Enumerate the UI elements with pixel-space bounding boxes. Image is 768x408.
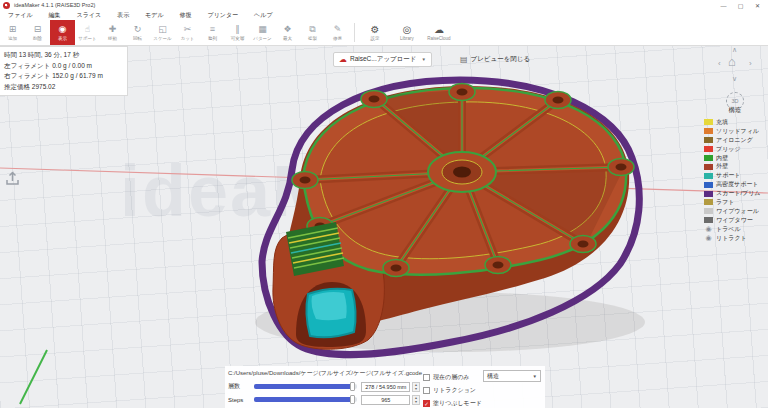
minimize-button[interactable]: — xyxy=(715,0,732,11)
close-preview-button[interactable]: ▤ プレビューを閉じる xyxy=(460,52,530,67)
legend-row[interactable]: 高密度サポート xyxy=(704,180,766,189)
toolbar-button[interactable]: ⧉ 複製 xyxy=(300,20,325,45)
toolbar-button[interactable]: ✚ 移動 xyxy=(100,20,125,45)
menu-item[interactable]: 表示 xyxy=(109,11,137,20)
preview-checkbox[interactable]: 現在の層のみ xyxy=(423,371,482,384)
toolbar-button[interactable]: ⊞ 追加 xyxy=(0,20,25,45)
menu-item[interactable]: スライス xyxy=(69,11,110,20)
legend-color-chip xyxy=(704,217,713,223)
toolbar-button[interactable]: ◉ 表示 xyxy=(50,20,75,45)
stats-row: 右フィラメント 152.0 g / 61.79 m xyxy=(4,71,123,82)
menu-item[interactable]: ヘルプ xyxy=(246,11,280,20)
legend-row[interactable]: ◉ リトラクト xyxy=(704,234,766,243)
legend-color-chip xyxy=(704,173,713,179)
legend-label: スカート/ブリム xyxy=(716,189,761,198)
toolbar-button[interactable]: ✎ 修復 xyxy=(325,20,350,45)
toolbar-right-group: ⚙ 設定 ◎ Library ☁ RaiseCloud xyxy=(359,20,455,45)
close-button[interactable]: ✕ xyxy=(749,0,766,11)
legend-color-chip xyxy=(704,146,713,152)
preview-checkbox[interactable]: リトラクション xyxy=(423,384,482,397)
toolbar-button[interactable]: ∥ 可変層 xyxy=(225,20,250,45)
legend-row[interactable]: ラフト xyxy=(704,198,766,207)
slider-value-box[interactable]: 278 / 54.950 mm xyxy=(361,382,410,392)
rotate-right-button[interactable]: › xyxy=(749,59,752,68)
checkbox-label: リトラクション xyxy=(433,386,476,395)
checkbox-icon[interactable] xyxy=(423,400,430,407)
legend-row[interactable]: ブリッジ xyxy=(704,145,766,154)
slider-value-box[interactable]: 965 xyxy=(361,395,410,405)
menu-item[interactable]: モデル xyxy=(137,11,171,20)
legend-title: 構造 xyxy=(704,106,766,115)
legend-row[interactable]: 外壁 xyxy=(704,162,766,171)
menu-item[interactable]: 修復 xyxy=(172,11,200,20)
raisecloud-upload-button[interactable]: ☁ RaiseC...アップロード ▼ xyxy=(333,52,432,67)
checkbox-icon[interactable] xyxy=(423,387,430,394)
legend-row[interactable]: サポート xyxy=(704,171,766,180)
checkbox-icon[interactable] xyxy=(423,374,430,381)
toolbar-button-icon: ⚙ xyxy=(371,24,380,35)
toolbar-button[interactable]: ☝ サポート xyxy=(75,20,100,45)
spin-down-icon[interactable]: ▾ xyxy=(415,387,417,391)
structure-dropdown[interactable]: 構造 ▼ xyxy=(483,370,541,382)
slider-fill xyxy=(254,384,353,389)
legend-color-chip xyxy=(704,199,713,205)
toolbar-button-label: 削除 xyxy=(33,36,42,41)
toolbar-button-label: パターン xyxy=(253,36,271,41)
rotate-up-button[interactable]: ∧ xyxy=(732,46,737,54)
layer-slider[interactable] xyxy=(254,384,357,389)
toolbar-button[interactable]: ↻ 回転 xyxy=(125,20,150,45)
toolbar-button-label: 最大 xyxy=(283,36,292,41)
toolbar-button[interactable]: ✂ カット xyxy=(175,20,200,45)
toolbar-button[interactable]: ▦ パターン xyxy=(250,20,275,45)
toolbar: ⊞ 追加 ⊟ 削除 ◉ 表示 ☝ サポート xyxy=(0,20,768,46)
menu-item[interactable]: プリンター xyxy=(200,11,247,20)
toolbar-button[interactable]: ≡ 整列 xyxy=(200,20,225,45)
toolbar-button-icon: ✎ xyxy=(334,24,342,35)
toolbar-button-label: 複製 xyxy=(308,36,317,41)
legend-color-chip xyxy=(704,128,713,134)
toolbar-button[interactable]: ⚙ 設定 xyxy=(359,20,391,45)
layer-slider[interactable] xyxy=(254,397,357,402)
toolbar-separator xyxy=(354,23,355,42)
toolbar-button[interactable]: ⊟ 削除 xyxy=(25,20,50,45)
toolbar-button-icon: ❖ xyxy=(283,24,291,35)
toolbar-button-icon: ∥ xyxy=(235,24,240,35)
toolbar-button[interactable]: ◎ Library xyxy=(391,20,423,45)
slider-thumb[interactable] xyxy=(350,382,355,391)
legend-row[interactable]: 充填 xyxy=(704,118,766,127)
printer-icon: ▤ xyxy=(460,55,468,64)
toolbar-button[interactable]: ◱ スケール xyxy=(150,20,175,45)
preview-checkboxes: 現在の層のみ リトラクション 塗りつぶしモード xyxy=(423,371,482,408)
legend-row[interactable]: ◉ トラベル xyxy=(704,225,766,234)
legend-color-chip xyxy=(704,119,713,125)
title-bar: ideaMaker 4.1.1 (RAISE3D Pro2) — ▢ ✕ xyxy=(0,0,768,11)
maximize-button[interactable]: ▢ xyxy=(732,0,749,11)
legend-color-chip xyxy=(704,137,713,143)
spin-down-icon[interactable]: ▾ xyxy=(415,400,417,404)
rotate-down-button[interactable]: ∨ xyxy=(732,75,737,83)
spin-stepper[interactable]: ▴▾ xyxy=(412,395,420,405)
legend-label: ソリッドフィル xyxy=(716,127,759,136)
preview-checkbox[interactable]: 塗りつぶしモード xyxy=(423,397,482,408)
rotate-left-button[interactable]: ‹ xyxy=(718,59,721,68)
legend-row[interactable]: ワイプタワー xyxy=(704,216,766,225)
menu-item[interactable]: ファイル xyxy=(0,11,41,20)
toolbar-button-label: 回転 xyxy=(133,36,142,41)
slider-label: 層数 xyxy=(228,382,254,391)
toolbar-button-icon: ☁ xyxy=(434,24,444,35)
toolbar-button-icon: ◱ xyxy=(158,24,167,35)
legend-row[interactable]: 内壁 xyxy=(704,154,766,163)
slider-thumb[interactable] xyxy=(350,395,355,404)
legend-label: 内壁 xyxy=(716,154,728,163)
toolbar-button[interactable]: ❖ 最大 xyxy=(275,20,300,45)
legend-row[interactable]: ワイプウォール xyxy=(704,207,766,216)
toolbar-button[interactable]: ☁ RaiseCloud xyxy=(423,20,455,45)
legend-row[interactable]: スカート/ブリム xyxy=(704,189,766,198)
legend-color-chip: ◉ xyxy=(704,235,713,241)
legend-row[interactable]: アイロニング xyxy=(704,136,766,145)
menu-item[interactable]: 編集 xyxy=(41,11,69,20)
spin-stepper[interactable]: ▴▾ xyxy=(412,382,420,392)
home-view-icon[interactable]: ⌂ xyxy=(728,54,736,69)
legend-row[interactable]: ソリッドフィル xyxy=(704,127,766,136)
export-button[interactable] xyxy=(4,170,21,187)
